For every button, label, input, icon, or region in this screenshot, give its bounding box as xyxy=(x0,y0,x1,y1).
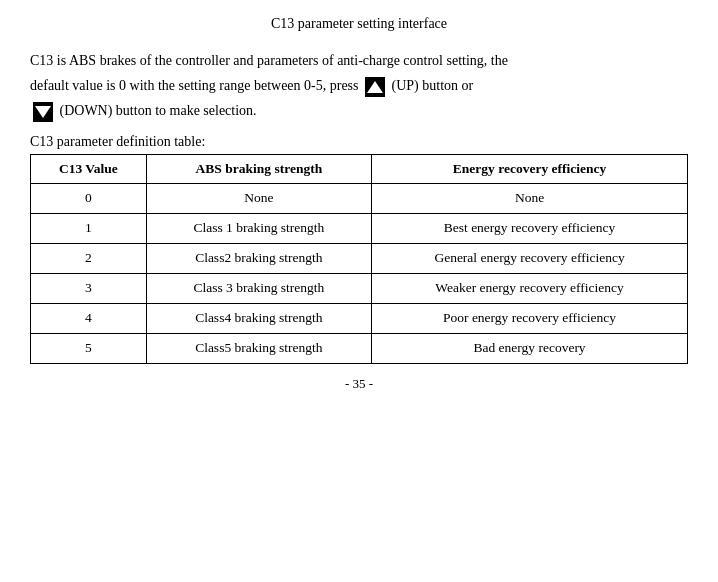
col-header-value: C13 Value xyxy=(31,154,147,184)
page-title: C13 parameter setting interface xyxy=(30,16,688,32)
cell-abs: Class5 braking strength xyxy=(146,333,371,363)
cell-value: 0 xyxy=(31,184,147,214)
col-header-energy: Energy recovery efficiency xyxy=(372,154,688,184)
up-icon xyxy=(364,76,386,98)
cell-abs: Class 3 braking strength xyxy=(146,274,371,304)
desc-line2: default value is 0 with the setting rang… xyxy=(30,78,359,93)
cell-abs: Class4 braking strength xyxy=(146,304,371,334)
cell-energy: Poor energy recovery efficiency xyxy=(372,304,688,334)
table-row: 4Class4 braking strengthPoor energy reco… xyxy=(31,304,688,334)
page-number: - 35 - xyxy=(30,376,688,392)
cell-value: 2 xyxy=(31,244,147,274)
cell-abs: Class 1 braking strength xyxy=(146,214,371,244)
cell-abs: None xyxy=(146,184,371,214)
table-row: 3Class 3 braking strengthWeaker energy r… xyxy=(31,274,688,304)
cell-energy: None xyxy=(372,184,688,214)
cell-energy: Bad energy recovery xyxy=(372,333,688,363)
parameter-table: C13 Value ABS braking strength Energy re… xyxy=(30,154,688,364)
desc-line3: (UP) button or xyxy=(392,78,474,93)
table-row: 5Class5 braking strengthBad energy recov… xyxy=(31,333,688,363)
cell-energy: General energy recovery efficiency xyxy=(372,244,688,274)
cell-value: 1 xyxy=(31,214,147,244)
cell-energy: Weaker energy recovery efficiency xyxy=(372,274,688,304)
table-row: 0NoneNone xyxy=(31,184,688,214)
down-icon xyxy=(32,101,54,123)
table-row: 1Class 1 braking strengthBest energy rec… xyxy=(31,214,688,244)
table-header-row: C13 Value ABS braking strength Energy re… xyxy=(31,154,688,184)
col-header-abs: ABS braking strength xyxy=(146,154,371,184)
table-title: C13 parameter definition table: xyxy=(30,134,688,150)
desc-line4: (DOWN) button to make selection. xyxy=(60,103,257,118)
cell-value: 4 xyxy=(31,304,147,334)
cell-value: 3 xyxy=(31,274,147,304)
cell-energy: Best energy recovery efficiency xyxy=(372,214,688,244)
cell-value: 5 xyxy=(31,333,147,363)
cell-abs: Class2 braking strength xyxy=(146,244,371,274)
table-row: 2Class2 braking strengthGeneral energy r… xyxy=(31,244,688,274)
desc-line1: C13 is ABS brakes of the controller and … xyxy=(30,53,508,68)
description-block: C13 is ABS brakes of the controller and … xyxy=(30,48,688,124)
